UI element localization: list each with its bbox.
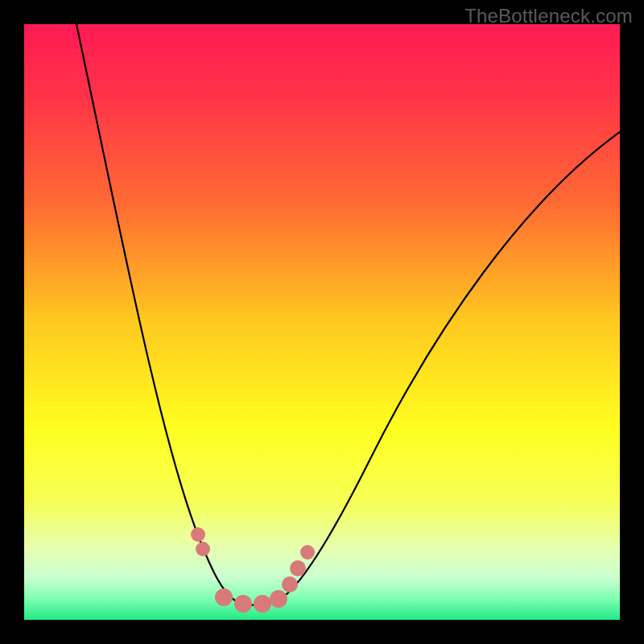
watermark-text: TheBottleneck.com bbox=[464, 5, 633, 27]
chart-background bbox=[24, 24, 620, 620]
marker-dot bbox=[191, 527, 205, 542]
chart-frame bbox=[24, 24, 620, 620]
marker-dot bbox=[196, 542, 210, 556]
marker-dot bbox=[234, 595, 252, 613]
marker-dot bbox=[215, 588, 233, 606]
marker-dot bbox=[282, 576, 298, 592]
marker-dot bbox=[270, 590, 287, 608]
marker-dot bbox=[290, 560, 306, 576]
chart-svg bbox=[24, 24, 620, 620]
marker-dot bbox=[254, 595, 271, 613]
marker-dot bbox=[300, 545, 315, 559]
